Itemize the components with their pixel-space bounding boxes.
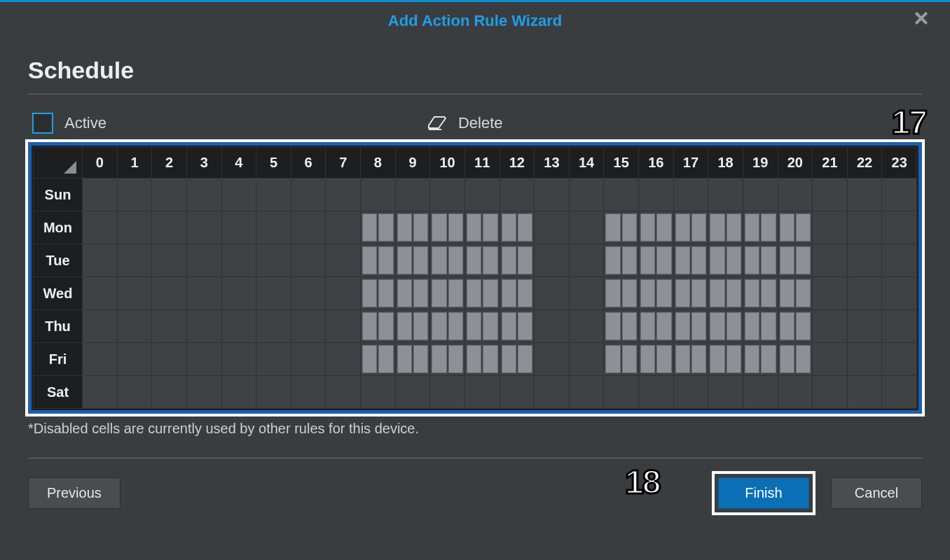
schedule-cell[interactable] (464, 244, 500, 277)
schedule-cell[interactable] (673, 310, 708, 343)
day-header[interactable]: Thu (34, 310, 83, 343)
hour-header[interactable]: 9 (395, 148, 430, 178)
schedule-cell[interactable] (361, 376, 396, 409)
schedule-cell[interactable] (430, 376, 465, 409)
schedule-cell[interactable] (743, 343, 778, 376)
schedule-cell[interactable] (500, 277, 535, 310)
schedule-cell[interactable] (535, 343, 570, 376)
schedule-cell[interactable] (186, 244, 221, 277)
schedule-cell[interactable] (569, 277, 604, 310)
schedule-cell[interactable] (535, 244, 570, 277)
schedule-cell[interactable] (464, 343, 500, 376)
schedule-cell[interactable] (708, 376, 743, 409)
schedule-cell[interactable] (186, 376, 221, 409)
schedule-cell[interactable] (535, 178, 570, 211)
schedule-cell[interactable] (847, 343, 882, 376)
hour-header[interactable]: 0 (83, 148, 118, 178)
hour-header[interactable]: 18 (708, 148, 743, 178)
schedule-cell[interactable] (291, 376, 326, 409)
schedule-cell[interactable] (673, 244, 708, 277)
hour-header[interactable]: 20 (778, 148, 813, 178)
schedule-cell[interactable] (83, 376, 118, 409)
schedule-cell[interactable] (569, 376, 604, 409)
schedule-cell[interactable] (882, 244, 917, 277)
schedule-cell[interactable] (778, 343, 813, 376)
schedule-cell[interactable] (430, 211, 465, 244)
schedule-cell[interactable] (535, 211, 570, 244)
schedule-cell[interactable] (464, 310, 500, 343)
schedule-cell[interactable] (361, 310, 396, 343)
schedule-cell[interactable] (604, 277, 639, 310)
schedule-cell[interactable] (847, 277, 882, 310)
schedule-cell[interactable] (708, 211, 743, 244)
hour-header[interactable]: 5 (256, 148, 291, 178)
schedule-cell[interactable] (186, 211, 221, 244)
schedule-cell[interactable] (83, 343, 118, 376)
schedule-cell[interactable] (604, 376, 639, 409)
schedule-cell[interactable] (152, 211, 187, 244)
schedule-cell[interactable] (430, 343, 465, 376)
hour-header[interactable]: 14 (569, 148, 604, 178)
schedule-cell[interactable] (221, 376, 256, 409)
hour-header[interactable]: 21 (813, 148, 848, 178)
schedule-cell[interactable] (639, 343, 674, 376)
hour-header[interactable]: 3 (186, 148, 221, 178)
schedule-cell[interactable] (117, 211, 152, 244)
schedule-cell[interactable] (221, 277, 256, 310)
schedule-cell[interactable] (569, 211, 604, 244)
hour-header[interactable]: 13 (535, 148, 570, 178)
schedule-cell[interactable] (361, 277, 396, 310)
schedule-cell[interactable] (639, 244, 674, 277)
schedule-cell[interactable] (256, 376, 291, 409)
schedule-cell[interactable] (778, 376, 813, 409)
schedule-cell[interactable] (882, 376, 917, 409)
schedule-cell[interactable] (326, 310, 361, 343)
day-header[interactable]: Wed (34, 277, 83, 310)
schedule-cell[interactable] (743, 178, 778, 211)
schedule-cell[interactable] (743, 211, 778, 244)
schedule-cell[interactable] (256, 178, 291, 211)
schedule-cell[interactable] (186, 178, 221, 211)
schedule-cell[interactable] (882, 178, 917, 211)
schedule-cell[interactable] (813, 211, 848, 244)
schedule-cell[interactable] (83, 211, 118, 244)
schedule-cell[interactable] (221, 244, 256, 277)
schedule-cell[interactable] (326, 343, 361, 376)
hour-header[interactable]: 7 (326, 148, 361, 178)
hour-header[interactable]: 2 (152, 148, 187, 178)
hour-header[interactable]: 19 (743, 148, 778, 178)
hour-header[interactable]: 10 (430, 148, 465, 178)
hour-header[interactable]: 6 (291, 148, 326, 178)
hour-header[interactable]: 17 (673, 148, 708, 178)
schedule-cell[interactable] (813, 244, 848, 277)
schedule-cell[interactable] (395, 376, 430, 409)
schedule-cell[interactable] (604, 244, 639, 277)
schedule-cell[interactable] (673, 277, 708, 310)
schedule-cell[interactable] (743, 277, 778, 310)
schedule-cell[interactable] (152, 310, 187, 343)
schedule-cell[interactable] (361, 244, 396, 277)
schedule-cell[interactable] (847, 211, 882, 244)
schedule-cell[interactable] (813, 178, 848, 211)
previous-button[interactable]: Previous (28, 477, 121, 509)
schedule-cell[interactable] (847, 376, 882, 409)
schedule-cell[interactable] (464, 277, 500, 310)
schedule-cell[interactable] (326, 178, 361, 211)
schedule-cell[interactable] (604, 178, 639, 211)
schedule-cell[interactable] (291, 343, 326, 376)
schedule-cell[interactable] (639, 376, 674, 409)
schedule-cell[interactable] (221, 178, 256, 211)
hour-header[interactable]: 8 (361, 148, 396, 178)
hour-header[interactable]: 11 (464, 148, 500, 178)
delete-tool[interactable]: Delete (427, 114, 503, 132)
schedule-cell[interactable] (326, 277, 361, 310)
schedule-cell[interactable] (152, 178, 187, 211)
schedule-cell[interactable] (395, 211, 430, 244)
schedule-cell[interactable] (221, 310, 256, 343)
schedule-cell[interactable] (186, 310, 221, 343)
schedule-cell[interactable] (882, 310, 917, 343)
schedule-cell[interactable] (813, 343, 848, 376)
schedule-cell[interactable] (882, 343, 917, 376)
schedule-cell[interactable] (395, 277, 430, 310)
schedule-cell[interactable] (117, 178, 152, 211)
